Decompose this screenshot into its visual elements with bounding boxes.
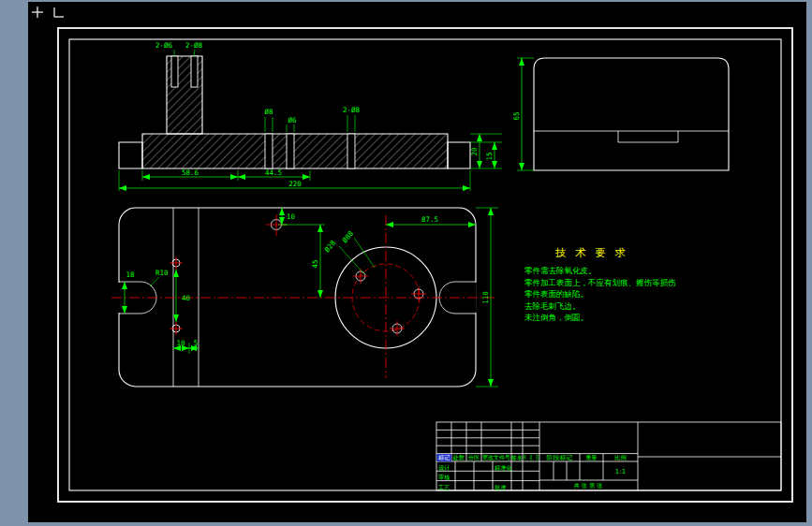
- dim-center-offset[interactable]: 45: [311, 259, 319, 268]
- tech-req-line[interactable]: 零件表面的缺陷。: [524, 289, 588, 299]
- boss-hole-right[interactable]: [191, 56, 198, 87]
- title-block-count: 处数: [452, 454, 465, 461]
- boss-hole-left[interactable]: [171, 56, 178, 87]
- dim-bottom-a[interactable]: 10: [176, 339, 185, 347]
- dim-step[interactable]: 15: [485, 152, 494, 160]
- dim-hole-c[interactable]: 2-Ø8: [343, 106, 361, 114]
- dim-thickness[interactable]: 20: [470, 147, 479, 156]
- title-block-standard: 标准化: [494, 464, 512, 472]
- title-block-mark[interactable]: 标记: [437, 454, 450, 461]
- window-frame-top: [0, 0, 812, 2]
- tech-req-title[interactable]: 技 术 要 求: [554, 246, 628, 259]
- dim-width-a[interactable]: 58.6: [182, 168, 199, 177]
- base-hole-c[interactable]: [347, 134, 355, 168]
- tech-req-line[interactable]: 零件需去除氧化皮。: [524, 266, 597, 275]
- tech-req-line[interactable]: 去除毛刺飞边。: [524, 301, 581, 311]
- title-block-design: 设计: [438, 464, 450, 471]
- dim-slot-radius[interactable]: R10: [155, 269, 169, 277]
- window-frame-bottom: [0, 522, 812, 526]
- window-frame-right: [806, 0, 812, 526]
- title-block-scale: 比例: [614, 454, 626, 461]
- dim-hole-spacing[interactable]: 40: [182, 294, 191, 302]
- dim-hole-a[interactable]: Ø8: [264, 108, 273, 116]
- dim-slot-width[interactable]: 18: [125, 270, 135, 279]
- title-block-stage: 阶段标记: [547, 454, 573, 461]
- dim-width-total[interactable]: 220: [288, 180, 302, 188]
- cad-viewport[interactable]: 2-Ø6 2-Ø8 Ø8 Ø6 2-Ø8 58.6 44.5 220 20 15: [0, 0, 812, 526]
- dim-right-offset[interactable]: 87.5: [421, 215, 438, 224]
- tech-req-line[interactable]: 未注倒角，倒圆。: [524, 313, 588, 322]
- title-block-process: 工艺: [437, 484, 450, 490]
- dim-edge-offset[interactable]: 10: [287, 212, 296, 221]
- base-hole-b[interactable]: [287, 134, 294, 168]
- dim-hole-b[interactable]: Ø6: [288, 116, 297, 124]
- dim-top-right-hole[interactable]: 2-Ø8: [185, 41, 203, 50]
- title-block-scale-value: 1:1: [615, 468, 626, 475]
- dim-bottom-b[interactable]: 5: [194, 339, 199, 347]
- dim-plate-height[interactable]: 110: [481, 291, 490, 304]
- title-block-sign: 签名: [511, 454, 523, 461]
- title-block-approve: 批准: [495, 484, 506, 491]
- base-hole-a[interactable]: [265, 134, 273, 168]
- title-block-check: 审核: [438, 474, 450, 480]
- title-block-change-no: 更改文件号: [482, 454, 510, 460]
- tech-req-line[interactable]: 零件加工表面上，不应有划痕、擦伤等损伤: [524, 278, 676, 287]
- title-block-date: 年、月、日: [524, 454, 539, 461]
- title-block-weight: 重量: [585, 454, 597, 460]
- title-block-sheet: 共 张 第 张: [574, 482, 603, 489]
- canvas-background: [0, 0, 812, 526]
- base-plate-section[interactable]: [142, 134, 448, 168]
- dim-side-height[interactable]: 65: [512, 111, 521, 120]
- window-frame-left: [0, 0, 28, 526]
- title-block-zone: 分区: [468, 454, 480, 460]
- dim-width-b[interactable]: 44.5: [265, 168, 282, 177]
- dim-top-left-hole[interactable]: 2-Ø6: [155, 41, 173, 50]
